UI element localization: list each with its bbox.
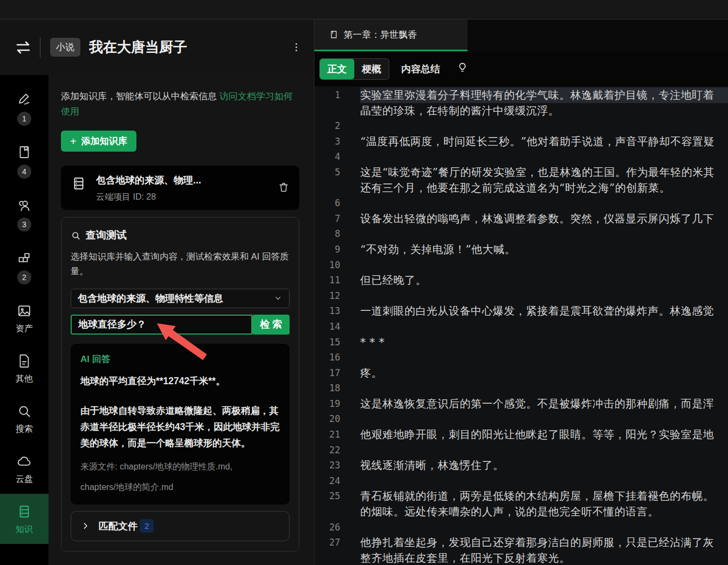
line-number: 9 — [314, 242, 349, 257]
sidebar-item-chapters[interactable]: 4 — [0, 134, 49, 187]
editor-line: 11但已经晚了。 — [314, 273, 728, 288]
delete-knowledge-base-button[interactable] — [278, 181, 290, 193]
document-icon — [16, 353, 32, 369]
line-number: 19 — [314, 396, 349, 412]
line-content[interactable]: 他挣扎着坐起身，发现自己还穿着那身洁白的厨师服，只是已经沾满了灰整齐地插在皮套里… — [349, 535, 728, 565]
line-number: 26 — [314, 520, 349, 535]
line-content[interactable]: 这是“味觉奇迹”餐厅的研发实验室，也是林逸的王国。作为最年轻的米其还有三个月，他… — [349, 165, 728, 195]
knowledge-base-card[interactable]: 包含地球的来源、物理... 云端项目 ID: 28 — [61, 166, 299, 210]
line-content[interactable]: 设备发出轻微的嗡鸣声，林逸调整着参数。突然，仪器显示屏闪烁了几下 — [349, 211, 728, 227]
sidebar-item-cloud[interactable]: 云盘 — [0, 444, 49, 494]
line-content[interactable]: “不对劲，关掉电源！”他大喊。 — [349, 242, 728, 257]
editor-line: 27他挣扎着坐起身，发现自己还穿着那身洁白的厨师服，只是已经沾满了灰整齐地插在皮… — [314, 535, 728, 565]
line-number: 24 — [314, 473, 349, 489]
line-number: 2 — [314, 118, 349, 134]
line-content[interactable] — [349, 319, 728, 335]
line-content[interactable] — [349, 350, 728, 365]
editor-mode-row: 正文梗概 内容总结 — [314, 51, 728, 86]
editor-line: 2 — [314, 118, 728, 134]
database-icon — [71, 175, 87, 192]
sidebar-item-label: 云盘 — [16, 474, 33, 485]
line-number: 20 — [314, 411, 349, 427]
line-content[interactable] — [349, 288, 728, 304]
tab-mode-main-text[interactable]: 正文 — [320, 59, 354, 79]
editor-line: 24 — [314, 473, 728, 489]
editor-line: 19这是林逸恢复意识后的第一个感觉。不是被爆炸冲击的那种剧痛，而是浑 — [314, 396, 728, 412]
query-test-description: 选择知识库并输入查询内容，测试检索效果和 AI 回答质量。 — [71, 249, 290, 278]
sidebar-item-blocks[interactable]: 2 — [0, 240, 49, 293]
line-number: 25 — [314, 488, 349, 519]
sidebar-count-badge: 3 — [17, 217, 31, 232]
left-column: 小说 我在大唐当厨子 1432资产其他搜索云盘知识 添加知识库，智能体可以从中检… — [0, 19, 314, 565]
search-icon — [71, 230, 81, 241]
line-content[interactable]: 青石板铺就的街道，两旁是低矮的木结构房屋，屋檐下挂着褪色的布幌。的烟味。远处传来… — [349, 488, 728, 519]
sidebar-item-label: 知识 — [16, 524, 33, 535]
sidebar-item-characters[interactable]: 3 — [0, 187, 49, 240]
editor-line: 7设备发出轻微的嗡鸣声，林逸调整着参数。突然，仪器显示屏闪烁了几下 — [314, 211, 728, 227]
line-content[interactable] — [349, 149, 728, 165]
matched-files-expander[interactable]: 匹配文件 2 — [71, 511, 290, 541]
line-content[interactable] — [349, 195, 728, 211]
sidebar-item-assets[interactable]: 资产 — [0, 293, 49, 343]
app-window: 小说 我在大唐当厨子 1432资产其他搜索云盘知识 添加知识库，智能体可以从中检… — [0, 0, 728, 565]
select-value: 包含地球的来源、物理特性等信息 — [78, 292, 273, 305]
more-menu-button[interactable] — [289, 40, 303, 55]
knowledge-panel: 添加知识库，智能体可以从中检索信息 访问文档学习如何使用 + 添加知识库 包含地… — [49, 75, 314, 565]
line-number: 5 — [314, 165, 349, 195]
trash-icon — [278, 181, 290, 193]
mode-segmented-control: 正文梗概 — [319, 58, 389, 80]
query-input[interactable] — [71, 315, 252, 335]
users-icon — [16, 197, 32, 213]
line-content[interactable] — [349, 411, 728, 427]
line-content[interactable] — [349, 380, 728, 396]
line-content[interactable]: 实验室里弥漫着分子料理特有的化学气味。林逸戴着护目镜，专注地盯着晶莹的珍珠，在特… — [349, 87, 728, 118]
knowledge-intro-text: 添加知识库，智能体可以从中检索信息 访问文档学习如何使用 — [61, 89, 295, 119]
tab-mode-outline[interactable]: 梗概 — [354, 59, 389, 79]
matched-files-count-badge: 2 — [140, 519, 154, 533]
knowledge-base-select[interactable]: 包含地球的来源、物理特性等信息 — [71, 289, 290, 308]
sidebar-item-search[interactable]: 搜索 — [0, 393, 49, 444]
sidebar-item-writing[interactable]: 1 — [0, 81, 49, 134]
line-content[interactable] — [349, 118, 728, 134]
line-content[interactable]: 疼。 — [349, 365, 728, 381]
line-content[interactable]: 一道刺眼的白光从设备中心爆发，紧接着是震耳欲聋的爆炸声。林逸感觉 — [349, 303, 728, 319]
left-body: 1432资产其他搜索云盘知识 添加知识库，智能体可以从中检索信息 访问文档学习如… — [0, 75, 314, 565]
project-title: 我在大唐当厨子 — [89, 38, 289, 57]
line-content[interactable] — [349, 473, 728, 489]
line-number: 10 — [314, 257, 349, 273]
line-number: 17 — [314, 365, 349, 381]
line-content[interactable]: * * * — [349, 335, 728, 350]
line-number: 3 — [314, 134, 349, 149]
editor-body[interactable]: 1实验室里弥漫着分子料理特有的化学气味。林逸戴着护目镜，专注地盯着晶莹的珍珠，在… — [314, 86, 728, 565]
sidebar-item-knowledge[interactable]: 知识 — [0, 494, 49, 544]
line-content[interactable]: 视线逐渐清晰，林逸愣住了。 — [349, 458, 728, 473]
editor-line: 4 — [314, 149, 728, 165]
sidebar-count-badge: 2 — [17, 270, 31, 284]
line-content[interactable]: 这是林逸恢复意识后的第一个感觉。不是被爆炸冲击的那种剧痛，而是浑 — [349, 396, 728, 412]
editor-line: 10 — [314, 257, 728, 273]
window-top-bar — [0, 0, 728, 19]
line-content[interactable]: 但已经晚了。 — [349, 273, 728, 288]
app-logo-icon[interactable] — [14, 39, 32, 56]
search-button[interactable]: 检 索 — [252, 315, 290, 335]
line-content[interactable] — [349, 257, 728, 273]
editor-line: 23视线逐渐清晰，林逸愣住了。 — [314, 458, 728, 473]
document-tab[interactable]: 第一章：异世飘香 — [314, 19, 468, 51]
sidebar-item-others[interactable]: 其他 — [0, 343, 49, 393]
editor-line: 18 — [314, 380, 728, 396]
blocks-icon — [16, 250, 32, 266]
lightbulb-icon[interactable] — [456, 62, 469, 76]
line-number: 4 — [314, 149, 349, 165]
line-number: 27 — [314, 535, 349, 565]
line-content[interactable]: 他艰难地睁开眼，刺目的阳光让他眯起了眼睛。等等，阳光？实验室是地 — [349, 427, 728, 443]
line-content[interactable]: “温度再低两度，时间延长三秒。”他对着助手说道，声音平静却不容置疑 — [349, 134, 728, 149]
add-knowledge-base-button[interactable]: + 添加知识库 — [61, 131, 136, 152]
editor-line: 8 — [314, 226, 728, 242]
line-content[interactable] — [349, 520, 728, 535]
line-content[interactable] — [349, 226, 728, 242]
pen-icon — [16, 91, 32, 107]
tab-content-summary[interactable]: 内容总结 — [401, 63, 440, 76]
editor-line: 22 — [314, 443, 728, 458]
document-tab-strip: 第一章：异世飘香 — [314, 19, 728, 51]
line-content[interactable] — [349, 443, 728, 458]
